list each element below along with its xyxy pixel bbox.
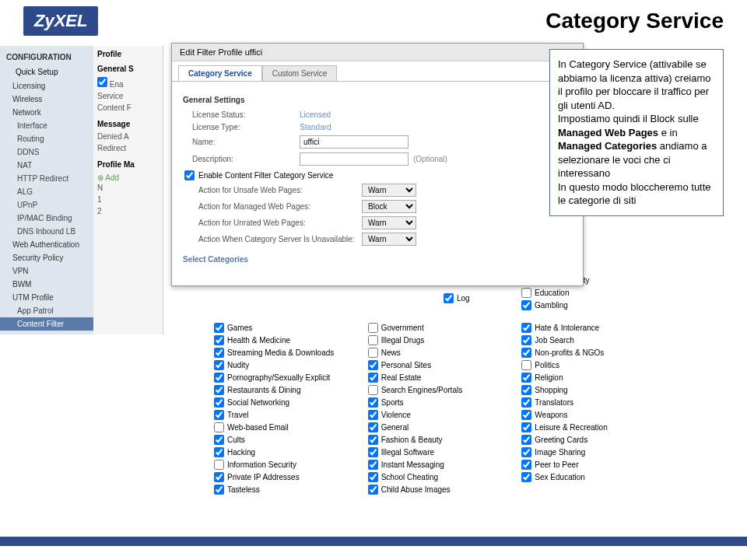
category-checkbox[interactable] [368,485,378,495]
category-checkbox[interactable] [368,385,378,395]
category-checkbox[interactable] [214,422,224,432]
category-checkbox[interactable] [368,397,378,408]
sidebar-sub[interactable]: DDNS [0,145,93,159]
category-label: Image Sharing [535,448,585,457]
row-1[interactable]: 1 [97,194,159,205]
category-checkbox[interactable] [521,460,531,470]
category-checkbox[interactable] [214,435,224,445]
category-label: Cults [227,436,245,444]
license-status-label: License Status: [183,110,300,119]
sidebar-sub[interactable]: HTTP Redirect [0,172,93,185]
category-label: Leisure & Recreation [535,423,607,432]
category-item: Education [521,288,590,298]
category-label: Religion [535,373,563,382]
category-checkbox[interactable] [521,360,531,370]
page-title: Category Service [545,9,724,33]
sidebar-sub[interactable]: UPnP [0,198,93,212]
category-checkbox[interactable] [521,335,531,345]
category-checkbox[interactable] [368,348,378,358]
category-checkbox[interactable] [214,385,224,395]
category-checkbox[interactable] [214,335,224,345]
category-checkbox[interactable] [368,422,378,432]
category-checkbox[interactable] [521,397,531,408]
category-item: Sports [368,397,516,408]
category-checkbox[interactable] [214,360,224,370]
category-item: News [368,348,516,358]
category-checkbox[interactable] [368,335,378,345]
sidebar-sub-content-filter[interactable]: Content Filter [0,317,93,331]
category-label: Private IP Addresses [227,473,300,481]
category-checkbox[interactable] [521,300,531,310]
enable-label: Ena [110,80,124,89]
category-checkbox[interactable] [521,435,531,445]
sidebar-item[interactable]: VPN [0,264,93,278]
category-checkbox[interactable] [521,410,531,420]
desc-input[interactable] [300,152,409,166]
category-item: Restaurants & Dining [214,385,362,395]
category-checkbox[interactable] [214,472,224,482]
log-checkbox[interactable] [444,293,454,303]
sidebar-item-wireless[interactable]: Wireless [0,93,93,106]
name-input[interactable] [300,135,409,149]
category-checkbox[interactable] [521,288,531,298]
category-item: General [368,422,516,432]
category-item: Web-based Email [214,422,362,432]
category-checkbox[interactable] [521,472,531,482]
category-item: Streaming Media & Downloads [214,348,362,358]
category-checkbox[interactable] [214,348,224,358]
unsafe-select[interactable]: Warn [362,184,416,197]
category-item: Personal Sites [368,360,516,370]
sidebar-sub[interactable]: Routing [0,132,93,145]
category-item: Instant Messaging [368,460,516,470]
category-checkbox[interactable] [214,397,224,408]
sidebar-sub[interactable]: NAT [0,159,93,172]
enable-cf-checkbox[interactable] [184,170,195,180]
category-checkbox[interactable] [368,323,378,333]
add-button[interactable]: ⊕ Add [97,173,159,182]
category-checkbox[interactable] [214,447,224,457]
category-checkbox[interactable] [214,485,224,495]
sidebar-sub[interactable]: DNS Inbound LB [0,225,93,238]
unrated-select[interactable]: Warn [362,216,416,229]
unavailable-select[interactable]: Warn [362,233,416,246]
sidebar-sub[interactable]: App Patrol [0,304,93,317]
category-checkbox[interactable] [214,460,224,470]
category-checkbox[interactable] [368,460,378,470]
sidebar-item[interactable]: BWM [0,278,93,291]
category-checkbox[interactable] [368,410,378,420]
category-checkbox[interactable] [368,360,378,370]
category-checkbox[interactable] [368,373,378,383]
category-checkbox[interactable] [214,410,224,420]
category-label: Pornography/Sexually Explicit [227,373,330,382]
category-checkbox[interactable] [521,422,531,432]
category-item: Search Engines/Portals [368,385,516,395]
sidebar-item[interactable]: Security Policy [0,251,93,264]
category-checkbox[interactable] [521,447,531,457]
category-label: General [381,423,409,432]
enable-checkbox[interactable] [97,77,107,87]
sidebar-item[interactable]: UTM Profile [0,291,93,304]
category-checkbox[interactable] [521,348,531,358]
category-checkbox[interactable] [521,373,531,383]
sidebar-sub[interactable]: ALG [0,185,93,198]
category-checkbox[interactable] [214,373,224,383]
sidebar-item-network[interactable]: Network [0,106,93,119]
quick-setup[interactable]: Quick Setup [0,65,93,79]
category-checkbox[interactable] [521,385,531,395]
tab-custom-service[interactable]: Custom Service [262,65,338,81]
category-item: Games [214,323,362,333]
row-2[interactable]: 2 [97,205,159,217]
category-checkbox[interactable] [368,435,378,445]
sidebar-item[interactable]: Web Authentication [0,238,93,251]
sidebar-sub[interactable]: IP/MAC Binding [0,212,93,225]
category-checkbox[interactable] [214,323,224,333]
tab-category-service[interactable]: Category Service [178,65,262,81]
category-checkbox[interactable] [521,323,531,333]
category-checkbox[interactable] [368,472,378,482]
managed-select[interactable]: Block [362,200,416,213]
sidebar-item-licensing[interactable]: Licensing [0,79,93,93]
category-item: Shopping [521,385,669,395]
sidebar-sub[interactable]: Interface [0,119,93,132]
category-checkbox[interactable] [368,447,378,457]
category-label: Restaurants & Dining [227,386,301,394]
